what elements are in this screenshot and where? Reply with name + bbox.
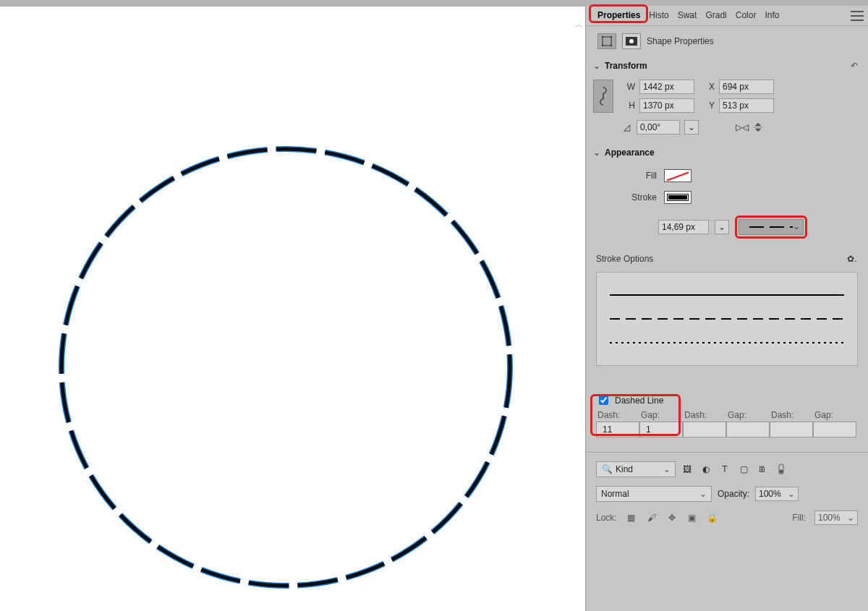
shape-properties-header: Shape Properties	[586, 26, 868, 56]
svg-rect-2	[610, 36, 612, 38]
canvas[interactable]: ︿	[0, 6, 586, 611]
highlight-dash-gap	[590, 394, 681, 436]
stroke-preset-dashed[interactable]	[610, 318, 844, 320]
fill-opacity-value: 100%	[818, 513, 841, 523]
chevron-down-icon: ⌄	[788, 489, 795, 499]
tab-swatches[interactable]: Swat	[676, 7, 699, 25]
fill-swatch[interactable]	[664, 169, 692, 182]
gap3-input[interactable]	[817, 422, 853, 437]
transform-grid: W X H Y	[586, 75, 868, 120]
live-shape-mode-button[interactable]	[597, 33, 616, 49]
lock-position-icon[interactable]: ✥	[666, 512, 678, 524]
stroke-label: Stroke	[628, 192, 657, 202]
dash-gap-grid: Dash: Gap: Dash: Gap: Dash: Gap:	[586, 409, 868, 448]
lock-artboard-icon[interactable]: ▣	[686, 512, 698, 524]
stroke-swatch[interactable]	[664, 191, 692, 204]
dash-preview-icon	[749, 226, 793, 228]
svg-rect-3	[602, 45, 603, 46]
dash2-label: Dash:	[683, 409, 726, 422]
search-icon: 🔍	[601, 463, 613, 475]
transform-section-header[interactable]: ⌄ Transform ↶	[586, 56, 868, 75]
chevron-down-icon: ⌄	[847, 513, 854, 523]
dash2-input[interactable]	[686, 422, 723, 437]
appearance-title: Appearance	[605, 148, 655, 158]
lock-all-icon[interactable]: 🔒	[707, 512, 718, 524]
opacity-input[interactable]: 100% ⌄	[755, 487, 799, 501]
blend-opacity-row: Normal ⌄ Opacity: 100% ⌄	[586, 482, 868, 506]
fill-opacity-input[interactable]: 100% ⌄	[814, 510, 858, 525]
highlight-stroke-type-dropdown	[735, 215, 807, 239]
stroke-presets-list	[596, 272, 858, 366]
opacity-value: 100%	[759, 489, 781, 499]
svg-point-8	[780, 470, 783, 474]
layer-filter-row: 🔍 Kind ⌄ 🖼 ◐ T ▢ 🗎	[586, 457, 868, 482]
blend-mode-select[interactable]: Normal ⌄	[596, 486, 712, 502]
lock-label: Lock:	[596, 513, 617, 523]
canvas-svg	[0, 6, 586, 611]
stroke-options-popup: Stroke Options ✿.	[586, 246, 868, 393]
stroke-width-dropdown-button[interactable]: ⌄	[715, 220, 729, 234]
filter-adjust-icon[interactable]: ◐	[700, 463, 712, 475]
gap2-label: Gap:	[726, 409, 770, 422]
svg-point-6	[629, 39, 634, 43]
stroke-options-settings-icon[interactable]: ✿.	[846, 253, 858, 265]
angle-dropdown-button[interactable]: ⌄	[684, 120, 699, 134]
tab-gradient[interactable]: Gradi	[704, 7, 728, 25]
mask-mode-button[interactable]	[622, 33, 641, 49]
app-root: ︿ Properties Histo Swat Gradi Color Info	[0, 0, 868, 611]
panel-menu-icon[interactable]	[851, 11, 864, 21]
filter-smart-icon[interactable]: 🗎	[757, 463, 768, 475]
angle-input[interactable]	[637, 120, 680, 134]
properties-panel: Properties Histo Swat Gradi Color Info S…	[586, 6, 868, 611]
shape-selection-outline	[61, 149, 510, 586]
stroke-width-row: ⌄	[586, 213, 868, 246]
link-dimensions-button[interactable]	[593, 80, 613, 113]
lock-paint-icon[interactable]: 🖌	[646, 512, 658, 524]
flip-vertical-icon[interactable]	[752, 121, 764, 133]
stroke-preset-dotted[interactable]	[610, 342, 844, 343]
chevron-down-icon: ⌄	[699, 489, 707, 499]
svg-rect-1	[602, 36, 603, 38]
stroke-type-dropdown[interactable]	[739, 219, 804, 235]
y-input[interactable]	[719, 98, 774, 113]
y-label: Y	[699, 101, 715, 111]
lock-transparency-icon[interactable]: ▦	[626, 512, 637, 524]
dash3-label: Dash:	[770, 409, 813, 422]
angle-row: ◿ ⌄ ▷◁	[586, 120, 868, 145]
shape-properties-label: Shape Properties	[647, 36, 714, 46]
layer-kind-select[interactable]: 🔍 Kind ⌄	[596, 461, 676, 477]
fill-label: Fill	[628, 171, 657, 181]
filter-shape-icon[interactable]: ▢	[738, 463, 749, 475]
gap3-label: Gap:	[813, 409, 856, 422]
gap2-input[interactable]	[730, 422, 766, 437]
kind-label: Kind	[616, 464, 633, 474]
width-input[interactable]	[639, 80, 694, 94]
height-input[interactable]	[639, 98, 694, 113]
filter-pixel-icon[interactable]: 🖼	[681, 463, 693, 475]
panel-tabs: Properties Histo Swat Gradi Color Info	[586, 6, 868, 26]
separator	[586, 452, 868, 453]
chevron-down-icon: ⌄	[593, 62, 600, 69]
tab-info[interactable]: Info	[763, 7, 780, 25]
height-label: H	[619, 101, 635, 111]
x-label: X	[699, 82, 715, 92]
stroke-preset-solid[interactable]	[610, 294, 844, 296]
x-input[interactable]	[719, 80, 774, 94]
blend-mode-value: Normal	[601, 489, 629, 499]
filter-toggle-icon[interactable]	[775, 463, 787, 475]
width-label: W	[619, 82, 635, 92]
tab-history[interactable]: Histo	[647, 7, 670, 25]
flip-horizontal-icon[interactable]: ▷◁	[736, 121, 748, 133]
filter-type-icon[interactable]: T	[719, 463, 731, 475]
highlight-properties-tab	[589, 4, 648, 23]
dash3-input[interactable]	[773, 422, 809, 437]
angle-icon: ◿	[621, 121, 632, 133]
appearance-body: Fill Stroke	[586, 161, 868, 213]
transform-title: Transform	[605, 61, 647, 71]
tab-color[interactable]: Color	[734, 7, 758, 25]
reset-transform-icon[interactable]: ↶	[848, 59, 861, 72]
appearance-section-header[interactable]: ⌄ Appearance	[586, 145, 868, 161]
stroke-width-input[interactable]	[658, 220, 709, 234]
lock-fill-row: Lock: ▦ 🖌 ✥ ▣ 🔒 Fill: 100% ⌄	[586, 506, 868, 529]
chevron-down-icon: ⌄	[663, 464, 671, 474]
